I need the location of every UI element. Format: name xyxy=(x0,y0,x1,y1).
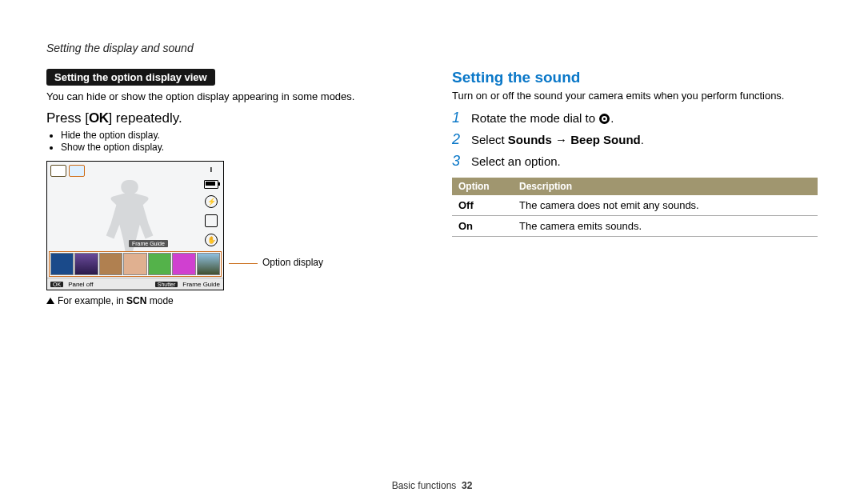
example-post: mode xyxy=(146,295,173,306)
section-pill: Setting the option display view xyxy=(46,69,215,86)
gear-icon xyxy=(599,114,610,124)
thumb xyxy=(123,253,146,275)
flash-icon: ⚡ xyxy=(205,195,218,208)
resolution-icon xyxy=(205,214,218,227)
step-1: 1 Rotate the mode dial to . xyxy=(452,110,818,126)
step-number: 3 xyxy=(452,153,463,170)
ok-key: OK xyxy=(89,110,109,126)
mode-icons-row xyxy=(50,165,85,177)
step-2: 2 Select Sounds → Beep Sound. xyxy=(452,131,818,148)
step1-post: . xyxy=(610,111,614,125)
example-mode: SCN xyxy=(126,295,146,306)
signal-icon: ı xyxy=(210,165,213,174)
thumb xyxy=(74,253,98,275)
step3-text: Select an option. xyxy=(471,154,561,168)
mode-icon-selected xyxy=(69,165,85,177)
left-column: Setting the option display view You can … xyxy=(46,69,412,306)
lcd-preview: ı ⚡ ✋ Frame Guide xyxy=(46,161,224,290)
step2-arrow: → xyxy=(552,133,570,146)
filmstrip xyxy=(49,251,222,277)
col-option: Option xyxy=(452,178,513,195)
list-item: Show the option display. xyxy=(61,142,412,153)
step-3: 3 Select an option. xyxy=(452,153,818,170)
example-caption: For example, in SCN mode xyxy=(46,295,412,306)
options-table: Option Description Off The camera does n… xyxy=(452,178,818,237)
press-pre: Press [ xyxy=(46,110,89,126)
footer-page: 32 xyxy=(462,480,472,491)
lcd-bottom-bar: OK Panel off Shutter Frame Guide xyxy=(47,278,223,290)
hand-icon: ✋ xyxy=(205,234,218,246)
thumb xyxy=(148,253,171,275)
step2-beep: Beep Sound xyxy=(570,133,641,146)
section-intro: You can hide or show the option display … xyxy=(46,90,412,102)
bullet-list: Hide the option display. Show the option… xyxy=(46,130,412,153)
sound-heading: Setting the sound xyxy=(452,69,818,86)
status-bar: ı ⚡ ✋ xyxy=(204,165,218,246)
ok-tag: OK xyxy=(50,282,63,287)
cell-desc: The camera does not emit any sounds. xyxy=(513,195,818,216)
col-description: Description xyxy=(513,178,818,195)
shutter-label: Frame Guide xyxy=(182,281,220,288)
table-row: On The camera emits sounds. xyxy=(452,216,818,237)
step2-pre: Select xyxy=(471,133,508,146)
thumb xyxy=(197,253,220,275)
triangle-icon xyxy=(46,298,54,304)
page-footer: Basic functions 32 xyxy=(0,480,864,491)
example-pre: For example, in xyxy=(58,295,126,306)
frame-guide-label: Frame Guide xyxy=(129,240,168,247)
list-item: Hide the option display. xyxy=(61,130,412,141)
breadcrumb: Setting the display and sound xyxy=(46,42,818,54)
mode-icon xyxy=(50,165,66,177)
callout-line xyxy=(229,263,258,264)
step1-pre: Rotate the mode dial to xyxy=(471,111,598,125)
sound-intro: Turn on or off the sound your camera emi… xyxy=(452,90,818,102)
press-post: ] repeatedly. xyxy=(108,110,182,126)
footer-section: Basic functions xyxy=(392,480,457,491)
press-instruction: Press [OK] repeatedly. xyxy=(46,110,412,126)
step-number: 1 xyxy=(452,110,463,126)
step2-sounds: Sounds xyxy=(508,133,552,146)
cell-option: Off xyxy=(452,195,513,216)
step-number: 2 xyxy=(452,131,463,148)
cell-option: On xyxy=(452,216,513,237)
right-column: Setting the sound Turn on or off the sou… xyxy=(452,69,818,306)
panel-off-label: Panel off xyxy=(68,281,93,288)
battery-icon xyxy=(204,180,218,189)
callout-label: Option display xyxy=(262,257,323,268)
shutter-tag: Shutter xyxy=(155,282,178,287)
cell-desc: The camera emits sounds. xyxy=(513,216,818,237)
thumb xyxy=(172,253,195,275)
step2-post: . xyxy=(641,133,644,146)
thumb xyxy=(50,253,74,275)
thumb xyxy=(99,253,122,275)
table-row: Off The camera does not emit any sounds. xyxy=(452,195,818,216)
